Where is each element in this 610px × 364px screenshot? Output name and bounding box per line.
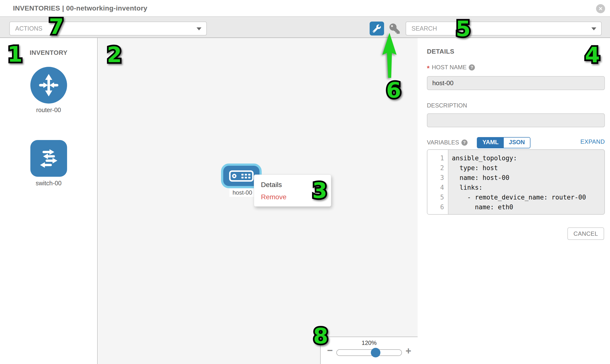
toolbar-tools-button[interactable]	[370, 22, 384, 36]
variables-label-row: VARIABLES ?	[427, 139, 467, 146]
sidebar-item-label: router-00	[0, 106, 97, 114]
line-number: 2	[427, 163, 448, 173]
cancel-button[interactable]: CANCEL	[567, 227, 604, 240]
router-icon	[30, 67, 67, 104]
line-text: ansible_topology:	[448, 153, 517, 163]
code-line: 3 name: host-00	[427, 173, 604, 182]
zoom-slider-track[interactable]	[336, 349, 402, 356]
description-field[interactable]	[427, 113, 605, 127]
host-name-label: HOST NAME	[432, 64, 467, 71]
toolbar: ACTIONS SEARCH	[0, 18, 610, 38]
sidebar-item-router[interactable]: router-00	[0, 67, 97, 114]
line-text: type: host	[448, 163, 498, 173]
line-text: name: host-00	[448, 173, 509, 182]
topology-canvas[interactable]: host-00 Details Remove 120% − +	[98, 38, 418, 364]
host-name-label-row: * HOST NAME ?	[427, 64, 475, 71]
description-label-row: DESCRIPTION	[427, 102, 467, 109]
context-menu-item-remove[interactable]: Remove	[254, 191, 331, 203]
actions-dropdown[interactable]: ACTIONS	[9, 22, 207, 36]
inventory-sidebar: INVENTORY router-00	[0, 38, 98, 364]
variables-code-editor[interactable]: 1 ansible_topology: 2 type: host 3 name:…	[427, 149, 605, 215]
tab-yaml[interactable]: YAML	[477, 138, 504, 148]
window-header: INVENTORIES | 00-networking-inventory ✕	[0, 0, 610, 17]
node-context-menu: Details Remove	[254, 175, 331, 207]
line-number: 7	[427, 212, 448, 215]
switch-icon	[30, 140, 67, 177]
inventory-topology-window: INVENTORIES | 00-networking-inventory ✕ …	[0, 0, 610, 364]
host-name-field[interactable]	[427, 76, 605, 90]
line-number: 3	[427, 173, 448, 182]
code-line: 6 name: eth0	[427, 202, 604, 212]
chevron-down-icon	[196, 27, 201, 30]
line-number: 5	[427, 192, 448, 202]
key-icon	[389, 24, 400, 34]
host-icon	[229, 170, 254, 182]
search-dropdown[interactable]: SEARCH	[406, 22, 602, 36]
description-label: DESCRIPTION	[427, 102, 467, 109]
code-line: 7 remote_interface_name: eth0	[427, 212, 604, 215]
variables-label: VARIABLES	[427, 139, 459, 146]
variables-format-toggle: YAML JSON	[477, 137, 531, 148]
sidebar-item-switch[interactable]: switch-00	[0, 140, 97, 187]
required-marker: *	[427, 67, 429, 69]
sidebar-item-label: switch-00	[0, 180, 97, 187]
line-text: remote_interface_name: eth0	[448, 212, 578, 215]
editor-lines: 1 ansible_topology: 2 type: host 3 name:…	[427, 153, 604, 215]
chevron-down-icon	[591, 27, 596, 30]
line-text: links:	[448, 182, 482, 192]
wrench-icon	[373, 25, 381, 33]
zoom-level-value: 120%	[321, 339, 418, 346]
tab-json[interactable]: JSON	[504, 138, 530, 148]
search-dropdown-placeholder: SEARCH	[412, 22, 437, 35]
zoom-control: 120% − +	[320, 337, 418, 364]
help-icon[interactable]: ?	[469, 64, 475, 70]
line-text: name: eth0	[448, 202, 513, 212]
line-number: 6	[427, 202, 448, 212]
details-panel: DETAILS * HOST NAME ? DESCRIPTION VARIAB…	[418, 38, 610, 364]
host-node-label: host-00	[229, 188, 255, 197]
line-number: 1	[427, 153, 448, 163]
code-line: 1 ansible_topology:	[427, 153, 604, 163]
zoom-in-button[interactable]: +	[406, 345, 411, 356]
code-line: 4 links:	[427, 182, 604, 192]
line-text: - remote_device_name: router-00	[448, 192, 586, 202]
sidebar-title: INVENTORY	[0, 49, 97, 57]
code-line: 5 - remote_device_name: router-00	[427, 192, 604, 202]
zoom-out-button[interactable]: −	[327, 345, 333, 356]
line-number: 4	[427, 182, 448, 192]
actions-dropdown-placeholder: ACTIONS	[15, 22, 42, 35]
toolbar-key-button[interactable]	[389, 23, 401, 35]
context-menu-item-details[interactable]: Details	[254, 179, 331, 191]
help-icon[interactable]: ?	[461, 140, 467, 146]
page-title: INVENTORIES | 00-networking-inventory	[13, 0, 147, 17]
expand-link[interactable]: EXPAND	[580, 138, 605, 145]
details-panel-title: DETAILS	[427, 48, 454, 55]
zoom-slider-thumb[interactable]	[371, 348, 380, 357]
code-line: 2 type: host	[427, 163, 604, 173]
close-icon[interactable]: ✕	[596, 4, 605, 13]
